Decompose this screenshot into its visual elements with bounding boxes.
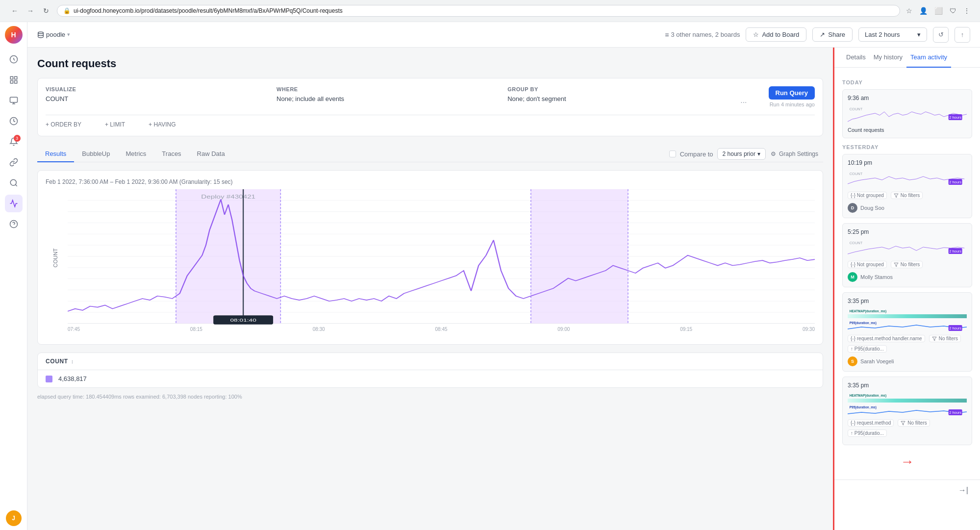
chart-svg: 55k 50k 45k 40k 35k 30k 25k 20k 15k 10k … <box>68 189 815 327</box>
menu-icon[interactable]: ⋮ <box>961 5 972 17</box>
compare-checkbox[interactable] <box>669 151 676 157</box>
arrow-indicator: → <box>842 450 972 474</box>
sidebar-item-help[interactable] <box>5 215 23 233</box>
panel-tab-team-activity[interactable]: Team activity <box>906 48 951 68</box>
where-value[interactable]: None; include all events <box>276 95 496 102</box>
dataset-selector[interactable]: poodle ▾ <box>37 31 70 38</box>
profile-icon[interactable]: 👤 <box>917 5 930 17</box>
svg-text:HEATMAP(duration_ms): HEATMAP(duration_ms) <box>850 394 886 398</box>
no-filters-chip-3: No filters <box>891 261 923 268</box>
run-query-button[interactable]: Run Query <box>769 86 815 100</box>
visualize-col: VISUALIZE COUNT <box>46 86 265 102</box>
back-button[interactable]: ← <box>8 4 22 18</box>
group-by-value[interactable]: None; don't segment <box>507 95 727 102</box>
content-area: Count requests VISUALIZE COUNT WHERE Non… <box>27 48 980 530</box>
panel-tab-details[interactable]: Details <box>842 48 870 68</box>
panel-user-2: D Doug Soo <box>848 203 967 213</box>
p95-chip-5: ↑ P95(duratio... <box>848 429 887 437</box>
user-name-3: Molly Stamos <box>860 274 893 280</box>
panel-tabs: Details My history Team activity <box>834 48 980 68</box>
tab-metrics[interactable]: Metrics <box>118 146 154 162</box>
panel-mini-chart-2: COUNT 2 hours <box>848 169 967 189</box>
panel-expand-button[interactable]: →| <box>955 484 972 497</box>
notification-badge: 3 <box>14 135 21 142</box>
refresh-button[interactable]: ↺ <box>933 27 949 43</box>
having-add[interactable]: + HAVING <box>149 121 176 128</box>
panel-item-today-1[interactable]: 9:36 am COUNT 2 hours Count requests <box>842 89 972 138</box>
more-options-col: ··· <box>738 86 749 109</box>
sidebar-item-datasets[interactable] <box>5 71 23 89</box>
sidebar-item-history[interactable] <box>5 112 23 130</box>
chart-x-axis: 07:45 08:15 08:30 08:45 09:00 09:15 09:3… <box>68 327 815 336</box>
panel-item-yesterday-1[interactable]: 10:19 pm COUNT 2 hours {-} Not grouped <box>842 154 972 218</box>
extensions-icon[interactable]: ⬜ <box>932 5 945 17</box>
order-by-add[interactable]: + ORDER BY <box>46 121 81 128</box>
svg-point-7 <box>10 179 16 185</box>
panel-mini-chart-1: COUNT 2 hours <box>848 104 967 124</box>
panel-content: TODAY 9:36 am COUNT 2 hours Count reques… <box>834 68 980 480</box>
chart-svg-area[interactable]: 55k 50k 45k 40k 35k 30k 25k 20k 15k 10k … <box>68 189 815 327</box>
settings-icon-btn[interactable]: ↑ <box>955 27 970 43</box>
shield-icon[interactable]: 🛡 <box>948 5 958 17</box>
limit-add[interactable]: + LIMIT <box>105 121 125 128</box>
x-tick-0745: 07:45 <box>68 327 80 336</box>
chart-area[interactable]: COUNT <box>46 189 815 336</box>
compare-select[interactable]: 2 hours prior ▾ <box>717 148 766 160</box>
sidebar-item-boards[interactable] <box>5 92 23 109</box>
yesterday-section-label: YESTERDAY <box>842 144 972 150</box>
browser-url[interactable]: 🔒 ui-dogfood.honeycomb.io/prod/datasets/… <box>57 5 900 17</box>
svg-marker-68 <box>901 421 905 425</box>
panel-item-yesterday-3[interactable]: 3:35 pm HEATMAP(duration_ms) <box>842 292 972 372</box>
panel-mini-chart-3: COUNT 2 hours <box>848 238 967 258</box>
tab-bubbleup[interactable]: BubbleUp <box>74 146 118 162</box>
sidebar-item-activity[interactable] <box>5 195 23 212</box>
sidebar-item-integrations[interactable] <box>5 153 23 171</box>
svg-text:2 hours: 2 hours <box>949 326 961 330</box>
query-area: Count requests VISUALIZE COUNT WHERE Non… <box>27 48 833 530</box>
more-options-button[interactable]: ··· <box>738 96 749 109</box>
sidebar-item-search[interactable] <box>5 174 23 192</box>
user-avatar-sidebar[interactable]: J <box>6 510 22 526</box>
main-content: poodle ▾ 3 other names, 2 boards ☆ Add t… <box>27 22 980 530</box>
panel-chips-4: {-} request.method handler.name No filte… <box>848 335 967 353</box>
chart-y-axis-label: COUNT <box>46 189 65 327</box>
bookmark-icon[interactable]: ☆ <box>904 5 914 17</box>
app-logo: H <box>5 26 23 44</box>
user-avatar-2: D <box>848 203 857 213</box>
svg-rect-37 <box>531 189 628 324</box>
panel-tab-my-history[interactable]: My history <box>870 48 906 68</box>
visualize-value[interactable]: COUNT <box>46 95 265 102</box>
time-range-selector[interactable]: Last 2 hours ▾ <box>858 27 927 42</box>
star-icon: ☆ <box>753 31 759 38</box>
graph-settings-button[interactable]: ⚙ Graph Settings <box>766 149 823 159</box>
svg-rect-1 <box>10 76 13 79</box>
reload-button[interactable]: ↻ <box>39 4 53 18</box>
other-names-count[interactable]: 3 other names, 2 boards <box>665 31 740 39</box>
forward-button[interactable]: → <box>24 4 37 18</box>
count-column-header[interactable]: COUNT <box>46 358 68 365</box>
results-header: COUNT ↕ <box>38 353 823 370</box>
tab-raw-data[interactable]: Raw Data <box>189 146 233 162</box>
svg-point-10 <box>38 32 44 34</box>
browser-chrome: ← → ↻ 🔒 ui-dogfood.honeycomb.io/prod/dat… <box>0 0 980 22</box>
count-value: 4,638,817 <box>58 375 87 382</box>
panel-item-yesterday-2[interactable]: 5:25 pm COUNT 2 hours {-} Not grouped <box>842 223 972 287</box>
svg-text:COUNT: COUNT <box>850 241 863 245</box>
group-by-label: GROUP BY <box>507 86 727 92</box>
tab-traces[interactable]: Traces <box>154 146 189 162</box>
sidebar-item-notifications[interactable]: 3 <box>5 133 23 151</box>
panel-item-time-2: 10:19 pm <box>848 159 967 166</box>
share-button[interactable]: ↗ Share <box>812 27 853 42</box>
tab-results[interactable]: Results <box>37 146 74 162</box>
add-to-board-button[interactable]: ☆ Add to Board <box>746 27 806 42</box>
query-additions-row: + ORDER BY + LIMIT + HAVING <box>46 121 815 128</box>
sidebar-item-home[interactable] <box>5 50 23 68</box>
panel-query-name-1: Count requests <box>848 127 967 133</box>
svg-text:P95(duration_ms): P95(duration_ms) <box>850 321 877 325</box>
compare-label: Compare to <box>680 151 713 158</box>
sort-icon[interactable]: ↕ <box>71 358 74 364</box>
panel-item-yesterday-4[interactable]: 3:35 pm HEATMAP(duration_ms) <box>842 377 972 445</box>
group-by-col: GROUP BY None; don't segment <box>507 86 727 102</box>
panel-item-time-4: 3:35 pm <box>848 298 967 304</box>
svg-text:2 hours: 2 hours <box>949 410 961 415</box>
